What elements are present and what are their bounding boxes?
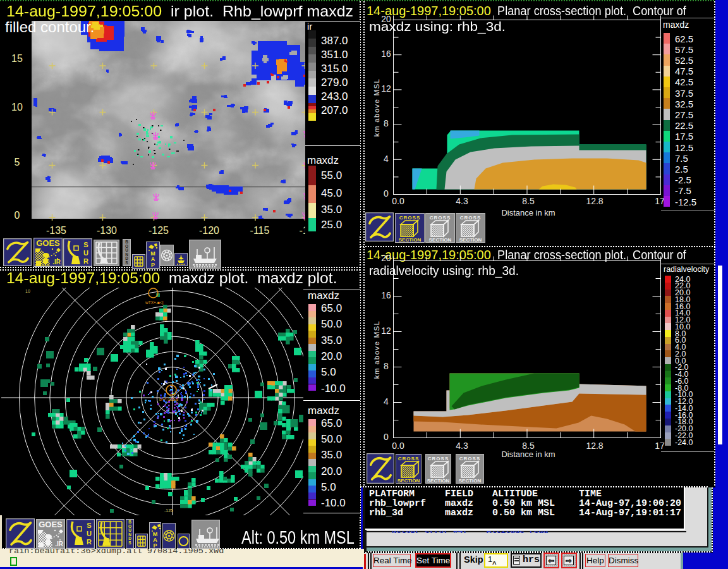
svg-text:SECTION: SECTION bbox=[459, 478, 482, 484]
svg-text:GOES: GOES bbox=[36, 238, 60, 248]
svg-text:S: S bbox=[128, 541, 131, 545]
svg-text:U: U bbox=[87, 530, 92, 537]
svg-text:S: S bbox=[87, 522, 91, 529]
svg-text:SECTION: SECTION bbox=[427, 478, 450, 484]
svg-text:10: 10 bbox=[25, 289, 30, 293]
svg-text:-125: -125 bbox=[164, 508, 173, 513]
svg-text:wTX+-■<|: wTX+-■<| bbox=[145, 300, 164, 305]
svg-text:km above MSL: km above MSL bbox=[373, 78, 380, 137]
svg-text:P: P bbox=[151, 262, 155, 268]
svg-text:S: S bbox=[125, 260, 128, 265]
svg-text:U: U bbox=[83, 249, 88, 257]
svg-text:SECTION: SECTION bbox=[459, 237, 482, 243]
svg-text:km above MSL: km above MSL bbox=[373, 321, 380, 379]
svg-text:R: R bbox=[87, 538, 92, 546]
svg-text:CROSS: CROSS bbox=[398, 456, 419, 462]
svg-text:.IR: .IR bbox=[52, 259, 61, 266]
svg-text:CROSS: CROSS bbox=[430, 215, 451, 221]
svg-text:SECTION: SECTION bbox=[429, 237, 452, 243]
svg-text:.IR: .IR bbox=[55, 541, 64, 548]
svg-text:GOES: GOES bbox=[39, 520, 63, 529]
svg-text:SECTION: SECTION bbox=[397, 478, 420, 484]
svg-text:S: S bbox=[83, 241, 88, 248]
svg-text:R: R bbox=[83, 257, 88, 265]
svg-text:CROSS: CROSS bbox=[459, 456, 480, 462]
svg-text:CROSS: CROSS bbox=[428, 456, 449, 462]
svg-text:CROSS: CROSS bbox=[399, 215, 420, 221]
svg-text:b><-125-8: b><-125-8 bbox=[159, 397, 178, 401]
svg-text:CROSS: CROSS bbox=[460, 215, 481, 221]
svg-text:SECTION: SECTION bbox=[399, 237, 422, 243]
svg-text:P: P bbox=[153, 542, 157, 549]
